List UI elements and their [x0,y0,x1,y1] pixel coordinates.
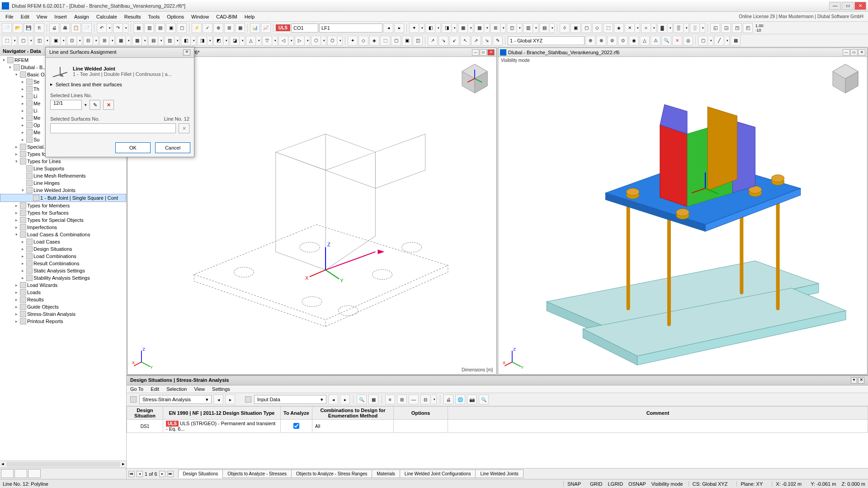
menu-assign[interactable]: Assign [71,13,93,20]
prev-icon[interactable]: ◂ [383,23,393,33]
view3-icon[interactable]: ▤ [155,23,165,33]
copy-icon[interactable]: 📋 [71,23,81,33]
maximize-button[interactable]: ▭ [842,2,854,10]
t11-icon[interactable]: ▣ [571,23,580,33]
sel-surf-input[interactable] [50,123,176,133]
page-last[interactable]: ⏭ [167,471,174,477]
ok-button[interactable]: OK [115,142,151,153]
tab-weld-joints[interactable]: Line Welded Joints [475,469,523,478]
s20-icon[interactable]: ⬠ [311,36,321,46]
s48-icon[interactable]: ▦ [731,36,741,46]
data-prev[interactable]: ◂ [328,394,338,404]
page-prev[interactable]: ◂ [137,471,143,477]
t16-icon[interactable]: ✕ [625,23,635,33]
open-icon[interactable]: 📂 [13,23,23,33]
status-snap[interactable]: SNAP [563,481,585,487]
print2-icon[interactable]: 🖶 [60,23,70,33]
s22-icon[interactable]: ✦ [348,36,358,46]
s42-icon[interactable]: ⚠ [651,36,660,46]
s28-icon[interactable]: ◫ [413,36,423,46]
t10-icon[interactable]: ◊ [560,23,570,33]
t9-icon[interactable]: ▤ [539,23,549,33]
tab-weld-config[interactable]: Line Welded Joint Configurations [400,469,476,478]
menu-view[interactable]: View [33,13,51,20]
tab-stress-ranges[interactable]: Objects to Analyze - Stress Ranges [291,469,372,478]
module-combo[interactable]: Stress-Strain Analysis▾ [139,395,212,404]
t22-icon[interactable]: ◲ [721,23,731,33]
data-next[interactable]: ▸ [340,394,350,404]
t7-icon[interactable]: ◫ [507,23,517,33]
t1-icon[interactable]: ✦ [409,23,419,33]
status-grid[interactable]: GRID [590,481,603,487]
undo-icon[interactable]: ↶ [97,23,107,33]
bt3[interactable]: ≡ [385,394,395,404]
tab-design-situations[interactable]: Design Situations [178,469,223,478]
t15-icon[interactable]: ◈ [614,23,624,33]
clear-icon[interactable]: ✕ [103,100,114,110]
menu-options[interactable]: Options [163,13,188,20]
t19-icon[interactable]: ▒ [674,23,684,33]
t8-icon[interactable]: ▥ [523,23,533,33]
t24-icon[interactable]: ◰ [743,23,753,33]
bm-set[interactable]: Settings [212,386,230,392]
t12-icon[interactable]: ▢ [581,23,591,33]
coord-combo[interactable]: 1 - Global XYZ [508,36,585,45]
s31-icon[interactable]: ↙ [449,36,459,46]
menu-insert[interactable]: Insert [51,13,71,20]
s6-icon[interactable]: ⊟ [83,36,93,46]
s16-icon[interactable]: △ [246,36,256,46]
s45-icon[interactable]: ◎ [683,36,693,46]
s26-icon[interactable]: ▢ [391,36,401,46]
s39-icon[interactable]: ⊙ [618,36,628,46]
res1-icon[interactable]: 📊 [250,23,260,33]
s18-icon[interactable]: ◁ [278,36,288,46]
status-vis[interactable]: Visibility mode [651,481,683,487]
s17-icon[interactable]: ▽ [262,36,272,46]
s1-icon[interactable]: ⬚ [2,36,12,46]
mod-prev[interactable]: ◂ [213,394,223,404]
t5-icon[interactable]: ▩ [474,23,484,33]
s4-icon[interactable]: ▣ [51,36,61,46]
print-icon[interactable]: 🖨 [49,23,59,33]
view5-icon[interactable]: ▢ [177,23,187,33]
tab-materials[interactable]: Materials [372,469,400,478]
nav-cube[interactable] [457,61,493,97]
menu-results[interactable]: Results [121,13,145,20]
s33-icon[interactable]: ⇗ [471,36,481,46]
nav-tab-3[interactable] [28,469,41,478]
s15-icon[interactable]: ◪ [230,36,240,46]
s23-icon[interactable]: ◇ [359,36,368,46]
vp-max2[interactable]: ▭ [850,49,858,56]
saveall-icon[interactable]: ⎘ [34,23,44,33]
nav-tab-2[interactable] [14,469,27,478]
vp-close[interactable]: ✕ [487,49,495,56]
s19-icon[interactable]: ▷ [295,36,305,46]
status-osnap[interactable]: OSNAP [628,481,646,487]
s25-icon[interactable]: ⬚ [380,36,390,46]
analyze-checkbox[interactable] [293,423,299,429]
close-button[interactable]: ✕ [854,2,866,10]
calc2-icon[interactable]: ✓ [203,23,212,33]
s8-icon[interactable]: ▦ [116,36,126,46]
view2-icon[interactable]: ▥ [144,23,154,33]
sel-lines-input[interactable]: 12/1 [50,100,82,110]
s11-icon[interactable]: ▥ [165,36,175,46]
s5-icon[interactable]: ⊡ [67,36,77,46]
calc4-icon[interactable]: ⊞ [224,23,234,33]
s38-icon[interactable]: ⊘ [607,36,617,46]
pick-icon[interactable]: ✎ [90,100,100,110]
nav-cube-2[interactable] [827,61,863,97]
bt4[interactable]: ⊞ [397,394,407,404]
bm-goto[interactable]: Go To [130,386,143,392]
bt9[interactable]: 📷 [467,394,477,404]
menu-tools[interactable]: Tools [144,13,163,20]
s36-icon[interactable]: ⊕ [585,36,595,46]
s12-icon[interactable]: ◧ [181,36,191,46]
res2-icon[interactable]: 📈 [261,23,271,33]
new-icon[interactable]: 📄 [2,23,12,33]
t6-icon[interactable]: ⊞ [491,23,500,33]
status-lgrid[interactable]: LGRID [608,481,623,487]
menu-edit[interactable]: Edit [17,13,33,20]
view1-icon[interactable]: ▦ [133,23,143,33]
redo-icon[interactable]: ↷ [113,23,123,33]
